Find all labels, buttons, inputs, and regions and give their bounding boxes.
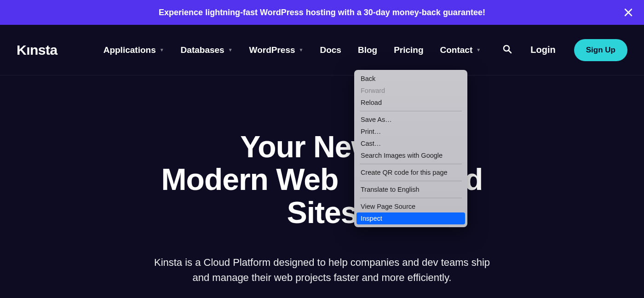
context-menu-search-images[interactable]: Search Images with Google xyxy=(354,149,467,161)
nav-label: Docs xyxy=(320,45,341,55)
nav-databases[interactable]: Databases ▼ xyxy=(181,45,233,55)
banner-close-button[interactable] xyxy=(624,8,633,17)
context-menu-reload[interactable]: Reload xyxy=(354,97,467,109)
nav-blog[interactable]: Blog xyxy=(358,45,377,55)
banner-text: Experience lightning-fast WordPress host… xyxy=(159,8,485,17)
nav-docs[interactable]: Docs xyxy=(320,45,341,55)
hero-title-line3: Sites xyxy=(287,195,357,229)
search-icon xyxy=(503,45,512,54)
signup-button[interactable]: Sign Up xyxy=(574,39,627,61)
nav-label: Pricing xyxy=(394,45,423,55)
nav-wordpress[interactable]: WordPress ▼ xyxy=(249,45,304,55)
context-menu-print[interactable]: Print… xyxy=(354,126,467,138)
context-menu-save-as[interactable]: Save As… xyxy=(354,114,467,126)
logo[interactable]: Kınsta xyxy=(17,42,58,58)
context-menu: Back Forward Reload Save As… Print… Cast… xyxy=(354,70,467,227)
nav-label: Applications xyxy=(104,45,156,55)
chevron-down-icon: ▼ xyxy=(228,47,233,52)
context-menu-inspect[interactable]: Inspect xyxy=(356,212,465,224)
nav-right: Login Sign Up xyxy=(503,39,627,61)
chevron-down-icon: ▼ xyxy=(299,47,304,52)
search-button[interactable] xyxy=(503,45,512,56)
nav-label: Blog xyxy=(358,45,377,55)
promo-banner: Experience lightning-fast WordPress host… xyxy=(0,0,644,25)
hero-section: Your New H Modern Web d Sites Kinsta is … xyxy=(0,75,644,285)
chevron-down-icon: ▼ xyxy=(476,47,481,52)
nav-label: Contact xyxy=(440,45,473,55)
svg-line-3 xyxy=(509,51,511,53)
context-menu-separator xyxy=(360,164,462,164)
close-icon xyxy=(624,8,633,17)
hero-title-line2: Modern Web xyxy=(161,162,339,196)
context-menu-separator xyxy=(360,111,462,111)
nav-pricing[interactable]: Pricing xyxy=(394,45,423,55)
nav-applications[interactable]: Applications ▼ xyxy=(104,45,164,55)
context-menu-view-source[interactable]: View Page Source xyxy=(354,201,467,212)
nav-label: WordPress xyxy=(249,45,295,55)
main-nav: Kınsta Applications ▼ Databases ▼ WordPr… xyxy=(0,25,644,75)
context-menu-create-qr[interactable]: Create QR code for this page xyxy=(354,166,467,178)
login-button[interactable]: Login xyxy=(530,45,555,55)
chevron-down-icon: ▼ xyxy=(160,47,164,52)
context-menu-translate[interactable]: Translate to English xyxy=(354,183,467,195)
nav-links: Applications ▼ Databases ▼ WordPress ▼ D… xyxy=(104,45,481,55)
context-menu-forward: Forward xyxy=(354,85,467,97)
nav-contact[interactable]: Contact ▼ xyxy=(440,45,481,55)
context-menu-back[interactable]: Back xyxy=(354,73,467,85)
context-menu-separator xyxy=(360,198,462,198)
nav-label: Databases xyxy=(181,45,224,55)
context-menu-separator xyxy=(360,181,462,181)
hero-subtitle: Kinsta is a Cloud Platform designed to h… xyxy=(147,255,497,285)
context-menu-cast[interactable]: Cast… xyxy=(354,138,467,149)
